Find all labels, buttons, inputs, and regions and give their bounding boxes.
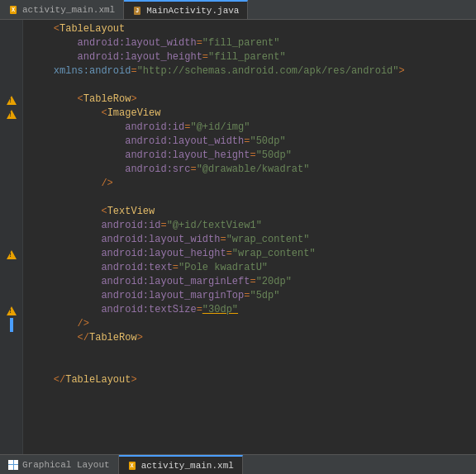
tab-mainactivity-java[interactable]: J MainActivity.java	[124, 0, 248, 19]
code-line: android:src="@drawable/kwadrat"	[23, 164, 476, 178]
code-line: </TableLayout>	[23, 374, 476, 388]
warning-icon	[7, 250, 17, 259]
code-line	[23, 388, 476, 402]
bottom-tab-label-graphical: Graphical Layout	[22, 460, 110, 470]
code-line: <ImageView	[23, 107, 476, 121]
code-line: />	[23, 318, 476, 332]
code-line	[23, 346, 476, 360]
code-line	[23, 192, 476, 206]
code-line: <TableRow>	[23, 93, 476, 107]
xml-icon-bottom: X	[127, 461, 137, 471]
code-line	[23, 79, 476, 93]
code-line: android:layout_height="fill_parent"	[23, 51, 476, 65]
code-line: android:layout_width="50dp"	[23, 135, 476, 149]
code-line	[23, 360, 476, 374]
code-line: <TableLayout	[23, 23, 476, 37]
gutter-line	[7, 248, 17, 262]
tab-label-mainactivity: MainActivity.java	[146, 6, 239, 16]
code-line: android:text="Pole kwadratU"	[23, 262, 476, 276]
editor-gutter	[0, 20, 23, 454]
java-file-icon: J	[132, 6, 142, 16]
code-line: xmlns:android="http://schemas.android.co…	[23, 65, 476, 79]
code-line	[23, 402, 476, 416]
gutter-line	[7, 93, 17, 107]
tab-activity-main-xml[interactable]: X activity_main.xml	[0, 0, 124, 19]
code-line: <TextView	[23, 206, 476, 220]
bottom-tab-graphical-layout[interactable]: Graphical Layout	[0, 455, 119, 474]
code-line: android:id="@+id/img"	[23, 121, 476, 135]
editor-area: <TableLayout android:layout_width="fill_…	[0, 20, 476, 454]
graphical-layout-icon	[8, 460, 18, 470]
code-editor[interactable]: <TableLayout android:layout_width="fill_…	[23, 20, 476, 454]
code-line: android:layout_marginLeft="20dp"	[23, 276, 476, 290]
gutter-line	[7, 107, 17, 121]
xml-file-icon: X	[8, 5, 18, 15]
bottom-tab-bar: Graphical Layout X activity_main.xml	[0, 454, 476, 474]
code-line: android:layout_width="wrap_content"	[23, 234, 476, 248]
code-line: android:layout_height="wrap_content"	[23, 248, 476, 262]
bottom-tab-label-xml: activity_main.xml	[141, 461, 234, 471]
code-line: </TableRow>	[23, 332, 476, 346]
gutter-line	[7, 304, 17, 318]
tab-bar: X activity_main.xml J MainActivity.java	[0, 0, 476, 20]
code-line: />	[23, 178, 476, 192]
warning-icon	[7, 110, 17, 119]
bottom-tab-xml[interactable]: X activity_main.xml	[119, 455, 243, 474]
tab-label-activity-main: activity_main.xml	[22, 5, 115, 15]
code-line: android:textSize="30dp"	[23, 304, 476, 318]
code-line: android:id="@+id/textView1"	[23, 220, 476, 234]
warning-icon	[7, 306, 17, 315]
warning-icon	[7, 96, 17, 105]
gutter-line	[10, 318, 13, 332]
code-line: android:layout_marginTop="5dp"	[23, 290, 476, 304]
code-line: android:layout_width="fill_parent"	[23, 37, 476, 51]
code-line: android:layout_height="50dp"	[23, 149, 476, 164]
blue-indicator	[10, 318, 13, 332]
